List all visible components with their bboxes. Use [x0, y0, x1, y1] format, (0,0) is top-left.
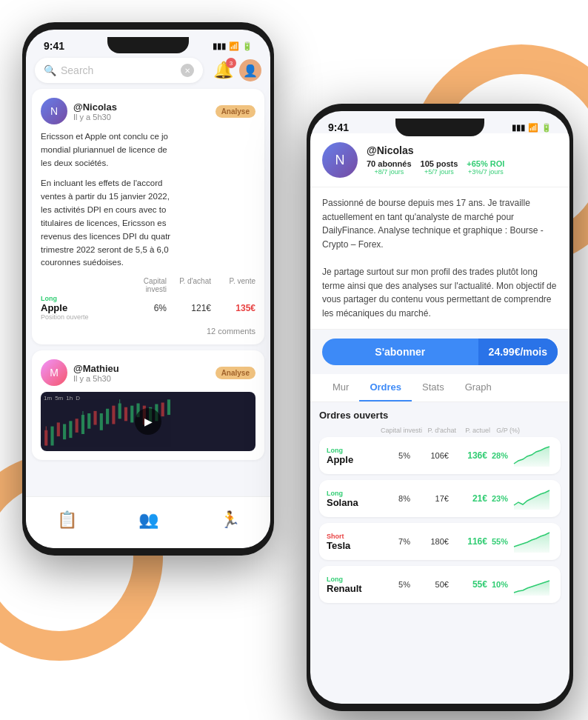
trade-name: Apple	[41, 302, 122, 313]
notification-bell[interactable]: 🔔 3	[213, 61, 233, 80]
nav-activity[interactable]: 🏃	[220, 510, 240, 530]
subscribe-button[interactable]: S'abonner	[322, 339, 478, 365]
order-buy-solana-val: 17€	[415, 494, 449, 503]
battery-icon-2: 🔋	[541, 123, 552, 133]
order-name-tesla: Tesla	[327, 540, 372, 551]
order-row-apple: Long Apple 5% 106€ 136€ 28%	[319, 437, 561, 474]
order-gp-solana-val: 23%	[492, 494, 508, 503]
battery-icon: 🔋	[242, 41, 253, 51]
search-input[interactable]: Search	[61, 64, 176, 76]
feed-post-nicolas: N @Nicolas Il y a 5h30 Analyse Ericsson …	[32, 89, 264, 344]
tab-graph[interactable]: Graph	[455, 374, 502, 401]
trade-capital: 6%	[122, 303, 167, 313]
phone-2-time: 9:41	[328, 121, 349, 133]
order-current-renault-val: 55€	[453, 579, 487, 590]
order-capital-apple-val: 5%	[376, 451, 410, 460]
subscribe-price: 24.99€/mois	[478, 339, 558, 365]
svg-rect-19	[161, 403, 164, 417]
post-avatar-nicolas: N	[41, 98, 67, 124]
order-gp-renault: 10%	[492, 580, 508, 589]
stat-subscribers-value: 70 abonnés	[367, 159, 412, 168]
stat-posts: 105 posts +5/7 jours	[421, 159, 458, 176]
svg-rect-4	[69, 421, 72, 438]
bio-text-2: Je partage surtout sur mon profil des tr…	[322, 265, 558, 320]
order-buy-tesla: 180€	[415, 537, 449, 546]
order-capital-tesla: 7%	[376, 537, 410, 546]
trade-table: Capital investi P. d'achat P. vente Long…	[41, 277, 255, 321]
post-username-nicolas: @Nicolas	[73, 101, 210, 113]
order-gp-tesla: 55%	[492, 537, 508, 546]
order-capital-tesla-val: 7%	[376, 537, 410, 546]
order-direction-tesla: Short	[327, 533, 372, 540]
chart-solana	[512, 486, 553, 511]
order-name-renault: Renault	[327, 583, 372, 594]
order-direction-renault: Long	[327, 576, 372, 583]
post-time-nicolas: Il y a 5h30	[73, 113, 210, 121]
play-button[interactable]: ▶	[135, 408, 161, 435]
phone-1-screen: 9:41 ▮▮▮ 📶 🔋 🔍 Search ✕ 🔔 3 👤	[26, 30, 270, 548]
order-direction-apple: Long	[327, 447, 372, 454]
trade-direction: Long	[41, 295, 122, 302]
tab-mur[interactable]: Mur	[322, 374, 359, 401]
chart-thumbnail[interactable]: ▶ 1m5m1hD	[41, 392, 255, 451]
svg-rect-9	[100, 413, 103, 430]
search-bar[interactable]: 🔍 Search ✕	[35, 58, 203, 83]
trade-table-header: Capital investi P. d'achat P. vente	[41, 277, 255, 295]
svg-rect-20	[167, 399, 170, 415]
wifi-icon: 📶	[229, 41, 239, 51]
phone-2-status-icons: ▮▮▮ 📶 🔋	[512, 123, 552, 133]
svg-rect-2	[57, 423, 60, 437]
profile-header: N @Nicolas 70 abonnés +8/7 jours 105 pos…	[310, 133, 569, 187]
phone-1-notch	[107, 37, 189, 53]
phone-2-notch	[395, 119, 484, 136]
order-current-tesla: 116€	[453, 536, 487, 547]
notification-badge: 3	[226, 58, 236, 68]
order-capital-renault-val: 5%	[376, 580, 410, 589]
phone-1-time: 9:41	[44, 40, 64, 52]
profile-stats: 70 abonnés +8/7 jours 105 posts +5/7 jou…	[367, 159, 558, 176]
stat-roi-value: +65% ROI	[467, 159, 504, 168]
stat-subscribers: 70 abonnés +8/7 jours	[367, 159, 412, 176]
order-gp-solana: 23%	[492, 494, 508, 503]
orders-title: Ordres ouverts	[319, 410, 561, 421]
col-sell: P. vente	[211, 277, 255, 293]
order-row-solana: Long Solana 8% 17€ 21€ 23%	[319, 480, 561, 517]
order-info-apple: Long Apple	[327, 447, 372, 465]
post-time-mathieu: Il y a 5h30	[73, 374, 210, 383]
order-gp-apple-val: 28%	[492, 451, 508, 460]
post-badge-mathieu: Analyse	[216, 367, 255, 379]
user-avatar[interactable]: 👤	[239, 59, 261, 81]
orders-col-headers: Capital investi P. d'achat P. actuel G/P…	[319, 427, 561, 437]
order-current-tesla-val: 116€	[453, 536, 487, 547]
order-row-tesla: Short Tesla 7% 180€ 116€ 55%	[319, 523, 561, 560]
nav-feed[interactable]: 📋	[57, 510, 77, 530]
svg-rect-13	[124, 407, 127, 421]
order-capital-solana: 8%	[376, 494, 410, 503]
search-clear-button[interactable]: ✕	[181, 64, 194, 77]
chart-apple	[512, 443, 553, 468]
svg-rect-5	[76, 419, 78, 433]
stat-posts-delta: +5/7 jours	[421, 168, 458, 176]
col-capital: Capital investi	[122, 277, 167, 293]
post-meta-mathieu: @Mathieu Il y a 5h30	[73, 363, 210, 383]
phone-1: 9:41 ▮▮▮ 📶 🔋 🔍 Search ✕ 🔔 3 👤	[22, 22, 274, 556]
order-current-solana-val: 21€	[453, 493, 487, 504]
svg-rect-11	[112, 406, 115, 424]
post-badge-nicolas: Analyse	[216, 105, 255, 118]
profile-username: @Nicolas	[367, 144, 558, 156]
col-header-current: P. actuel	[456, 427, 490, 434]
stat-roi: +65% ROI +3%/7 jours	[467, 159, 504, 176]
tab-ordres[interactable]: Ordres	[359, 374, 412, 401]
order-gp-renault-val: 10%	[492, 580, 508, 589]
trade-sell-price: 135€	[211, 303, 255, 313]
nav-people[interactable]: 👥	[138, 510, 158, 530]
svg-rect-14	[130, 406, 133, 423]
trade-buy-price: 121€	[167, 303, 211, 313]
tabs-bar: Mur Ordres Stats Graph	[310, 374, 569, 402]
profile-bio: Passionné de bourse depuis mes 17 ans. J…	[310, 187, 569, 330]
order-name-apple: Apple	[327, 454, 372, 465]
post-text-2: En incluant les effets de l'accordventes…	[41, 177, 255, 270]
tab-stats[interactable]: Stats	[412, 374, 455, 401]
col-buy: P. d'achat	[167, 277, 211, 293]
orders-section: Ordres ouverts Capital investi P. d'acha…	[310, 410, 569, 603]
